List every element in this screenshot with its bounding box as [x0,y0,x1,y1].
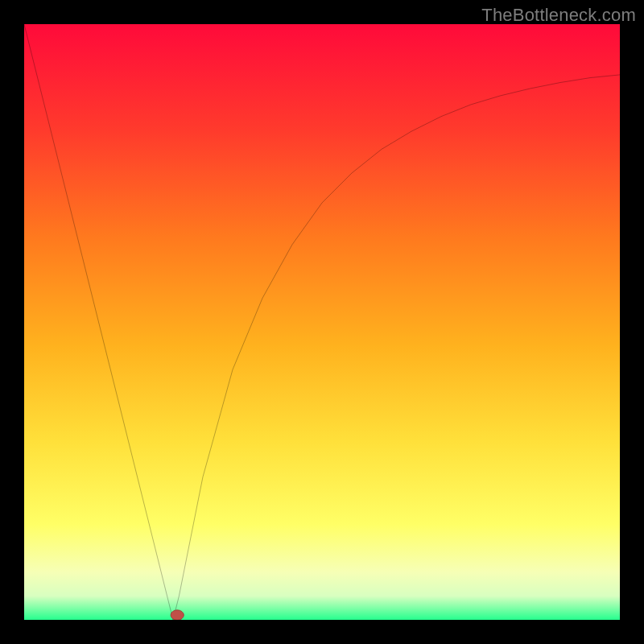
gradient-background [24,24,620,620]
chart-frame: TheBottleneck.com [0,0,644,644]
plot-area [24,24,620,620]
bottleneck-chart [24,24,620,620]
marker-dot [171,610,184,620]
watermark-text: TheBottleneck.com [481,5,636,26]
